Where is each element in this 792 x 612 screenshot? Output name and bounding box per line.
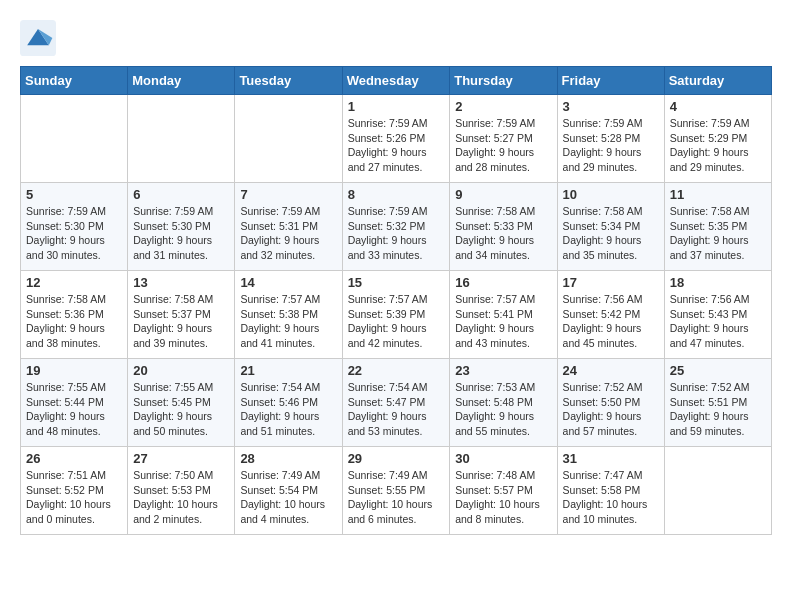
calendar-cell: 13Sunrise: 7:58 AMSunset: 5:37 PMDayligh… <box>128 271 235 359</box>
header-thursday: Thursday <box>450 67 557 95</box>
day-number: 14 <box>240 275 336 290</box>
day-number: 26 <box>26 451 122 466</box>
day-number: 7 <box>240 187 336 202</box>
calendar-cell: 2Sunrise: 7:59 AMSunset: 5:27 PMDaylight… <box>450 95 557 183</box>
calendar-cell: 5Sunrise: 7:59 AMSunset: 5:30 PMDaylight… <box>21 183 128 271</box>
page-header <box>20 20 772 56</box>
day-number: 8 <box>348 187 445 202</box>
calendar-cell: 18Sunrise: 7:56 AMSunset: 5:43 PMDayligh… <box>664 271 771 359</box>
day-number: 12 <box>26 275 122 290</box>
calendar-cell: 23Sunrise: 7:53 AMSunset: 5:48 PMDayligh… <box>450 359 557 447</box>
day-info: Sunrise: 7:59 AMSunset: 5:27 PMDaylight:… <box>455 116 551 175</box>
calendar-cell: 17Sunrise: 7:56 AMSunset: 5:42 PMDayligh… <box>557 271 664 359</box>
calendar-cell: 25Sunrise: 7:52 AMSunset: 5:51 PMDayligh… <box>664 359 771 447</box>
day-number: 13 <box>133 275 229 290</box>
day-number: 24 <box>563 363 659 378</box>
calendar-cell <box>664 447 771 535</box>
day-info: Sunrise: 7:57 AMSunset: 5:41 PMDaylight:… <box>455 292 551 351</box>
day-info: Sunrise: 7:59 AMSunset: 5:26 PMDaylight:… <box>348 116 445 175</box>
calendar-cell: 31Sunrise: 7:47 AMSunset: 5:58 PMDayligh… <box>557 447 664 535</box>
day-info: Sunrise: 7:49 AMSunset: 5:55 PMDaylight:… <box>348 468 445 527</box>
calendar-cell: 3Sunrise: 7:59 AMSunset: 5:28 PMDaylight… <box>557 95 664 183</box>
day-info: Sunrise: 7:57 AMSunset: 5:39 PMDaylight:… <box>348 292 445 351</box>
calendar-cell: 19Sunrise: 7:55 AMSunset: 5:44 PMDayligh… <box>21 359 128 447</box>
day-number: 10 <box>563 187 659 202</box>
calendar-cell: 16Sunrise: 7:57 AMSunset: 5:41 PMDayligh… <box>450 271 557 359</box>
day-info: Sunrise: 7:52 AMSunset: 5:51 PMDaylight:… <box>670 380 766 439</box>
header-friday: Friday <box>557 67 664 95</box>
day-number: 19 <box>26 363 122 378</box>
day-info: Sunrise: 7:54 AMSunset: 5:47 PMDaylight:… <box>348 380 445 439</box>
calendar-cell: 21Sunrise: 7:54 AMSunset: 5:46 PMDayligh… <box>235 359 342 447</box>
day-info: Sunrise: 7:56 AMSunset: 5:42 PMDaylight:… <box>563 292 659 351</box>
calendar-cell: 7Sunrise: 7:59 AMSunset: 5:31 PMDaylight… <box>235 183 342 271</box>
calendar-cell: 10Sunrise: 7:58 AMSunset: 5:34 PMDayligh… <box>557 183 664 271</box>
logo-icon <box>20 20 56 56</box>
header-monday: Monday <box>128 67 235 95</box>
day-info: Sunrise: 7:59 AMSunset: 5:31 PMDaylight:… <box>240 204 336 263</box>
calendar-cell: 29Sunrise: 7:49 AMSunset: 5:55 PMDayligh… <box>342 447 450 535</box>
day-number: 4 <box>670 99 766 114</box>
day-number: 29 <box>348 451 445 466</box>
calendar-cell: 8Sunrise: 7:59 AMSunset: 5:32 PMDaylight… <box>342 183 450 271</box>
day-info: Sunrise: 7:58 AMSunset: 5:34 PMDaylight:… <box>563 204 659 263</box>
calendar-week-2: 5Sunrise: 7:59 AMSunset: 5:30 PMDaylight… <box>21 183 772 271</box>
calendar-week-1: 1Sunrise: 7:59 AMSunset: 5:26 PMDaylight… <box>21 95 772 183</box>
logo <box>20 20 60 56</box>
day-info: Sunrise: 7:58 AMSunset: 5:33 PMDaylight:… <box>455 204 551 263</box>
calendar-week-5: 26Sunrise: 7:51 AMSunset: 5:52 PMDayligh… <box>21 447 772 535</box>
calendar-cell: 1Sunrise: 7:59 AMSunset: 5:26 PMDaylight… <box>342 95 450 183</box>
calendar-cell: 24Sunrise: 7:52 AMSunset: 5:50 PMDayligh… <box>557 359 664 447</box>
calendar-cell: 27Sunrise: 7:50 AMSunset: 5:53 PMDayligh… <box>128 447 235 535</box>
day-number: 31 <box>563 451 659 466</box>
calendar-cell: 12Sunrise: 7:58 AMSunset: 5:36 PMDayligh… <box>21 271 128 359</box>
day-number: 23 <box>455 363 551 378</box>
day-info: Sunrise: 7:59 AMSunset: 5:30 PMDaylight:… <box>26 204 122 263</box>
day-info: Sunrise: 7:50 AMSunset: 5:53 PMDaylight:… <box>133 468 229 527</box>
day-info: Sunrise: 7:59 AMSunset: 5:28 PMDaylight:… <box>563 116 659 175</box>
calendar-cell: 30Sunrise: 7:48 AMSunset: 5:57 PMDayligh… <box>450 447 557 535</box>
day-info: Sunrise: 7:58 AMSunset: 5:36 PMDaylight:… <box>26 292 122 351</box>
day-number: 21 <box>240 363 336 378</box>
day-number: 18 <box>670 275 766 290</box>
calendar-cell: 20Sunrise: 7:55 AMSunset: 5:45 PMDayligh… <box>128 359 235 447</box>
day-number: 3 <box>563 99 659 114</box>
day-info: Sunrise: 7:51 AMSunset: 5:52 PMDaylight:… <box>26 468 122 527</box>
day-number: 1 <box>348 99 445 114</box>
header-wednesday: Wednesday <box>342 67 450 95</box>
day-info: Sunrise: 7:56 AMSunset: 5:43 PMDaylight:… <box>670 292 766 351</box>
calendar-cell: 11Sunrise: 7:58 AMSunset: 5:35 PMDayligh… <box>664 183 771 271</box>
day-info: Sunrise: 7:48 AMSunset: 5:57 PMDaylight:… <box>455 468 551 527</box>
day-info: Sunrise: 7:55 AMSunset: 5:44 PMDaylight:… <box>26 380 122 439</box>
calendar-cell: 22Sunrise: 7:54 AMSunset: 5:47 PMDayligh… <box>342 359 450 447</box>
day-info: Sunrise: 7:59 AMSunset: 5:32 PMDaylight:… <box>348 204 445 263</box>
day-number: 5 <box>26 187 122 202</box>
day-info: Sunrise: 7:54 AMSunset: 5:46 PMDaylight:… <box>240 380 336 439</box>
day-number: 6 <box>133 187 229 202</box>
calendar-cell: 9Sunrise: 7:58 AMSunset: 5:33 PMDaylight… <box>450 183 557 271</box>
day-info: Sunrise: 7:52 AMSunset: 5:50 PMDaylight:… <box>563 380 659 439</box>
day-number: 25 <box>670 363 766 378</box>
calendar-week-3: 12Sunrise: 7:58 AMSunset: 5:36 PMDayligh… <box>21 271 772 359</box>
calendar-cell: 14Sunrise: 7:57 AMSunset: 5:38 PMDayligh… <box>235 271 342 359</box>
day-number: 11 <box>670 187 766 202</box>
day-info: Sunrise: 7:59 AMSunset: 5:29 PMDaylight:… <box>670 116 766 175</box>
calendar-cell: 6Sunrise: 7:59 AMSunset: 5:30 PMDaylight… <box>128 183 235 271</box>
day-number: 28 <box>240 451 336 466</box>
day-number: 2 <box>455 99 551 114</box>
calendar-header-row: SundayMondayTuesdayWednesdayThursdayFrid… <box>21 67 772 95</box>
day-number: 9 <box>455 187 551 202</box>
day-info: Sunrise: 7:53 AMSunset: 5:48 PMDaylight:… <box>455 380 551 439</box>
calendar-cell <box>128 95 235 183</box>
day-info: Sunrise: 7:58 AMSunset: 5:37 PMDaylight:… <box>133 292 229 351</box>
day-info: Sunrise: 7:49 AMSunset: 5:54 PMDaylight:… <box>240 468 336 527</box>
calendar-cell: 28Sunrise: 7:49 AMSunset: 5:54 PMDayligh… <box>235 447 342 535</box>
day-number: 30 <box>455 451 551 466</box>
day-info: Sunrise: 7:55 AMSunset: 5:45 PMDaylight:… <box>133 380 229 439</box>
day-info: Sunrise: 7:59 AMSunset: 5:30 PMDaylight:… <box>133 204 229 263</box>
calendar-table: SundayMondayTuesdayWednesdayThursdayFrid… <box>20 66 772 535</box>
calendar-cell: 4Sunrise: 7:59 AMSunset: 5:29 PMDaylight… <box>664 95 771 183</box>
day-number: 17 <box>563 275 659 290</box>
day-info: Sunrise: 7:47 AMSunset: 5:58 PMDaylight:… <box>563 468 659 527</box>
calendar-cell <box>21 95 128 183</box>
